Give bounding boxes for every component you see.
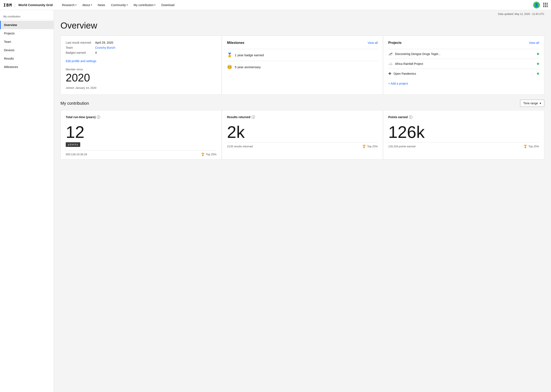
badges-value: 4	[95, 51, 97, 54]
time-range-label: Time range	[523, 102, 538, 105]
about-chevron-icon: ▾	[91, 4, 92, 6]
my-contribution-chevron-icon: ▾	[154, 4, 155, 6]
badges-label: Badges earned	[66, 51, 95, 54]
project-status-dot-1	[537, 63, 539, 65]
app-grid-icon[interactable]	[543, 3, 548, 7]
anniversary-icon: 😊	[227, 64, 232, 70]
runtime-footer: 000:126:19:36:29 🏆 Top 25%	[66, 150, 216, 156]
nav-my-contribution[interactable]: My contribution ▾	[131, 0, 158, 10]
results-trophy-icon: 🏆	[362, 145, 366, 148]
time-range-chevron-icon: ▾	[540, 102, 541, 105]
milestones-view-all[interactable]: View all	[368, 41, 378, 44]
nav-about[interactable]: About ▾	[80, 0, 94, 10]
results-info-icon[interactable]: i	[251, 115, 255, 119]
projects-card: Projects View all 🦟 Discovering Dengue D…	[383, 36, 544, 94]
runtime-top-label: Top 25%	[206, 153, 216, 156]
milestone-item-0: 🏅 1 year badge earned	[227, 49, 378, 61]
runtime-tooltip: y:d:m:h:s	[66, 142, 80, 147]
points-footer: 126,334 points earned 🏆 Top 25%	[388, 142, 539, 148]
nav-community[interactable]: Community ▾	[108, 0, 130, 10]
contribution-section-header: My contribution Time range ▾	[60, 100, 544, 107]
user-avatar[interactable]: 👤	[533, 2, 540, 8]
milestone-item-1: 😊 5 year anniversary	[227, 61, 378, 73]
member-year: 2020	[66, 72, 216, 84]
stat-card-runtime: Total run-time (years) i 12 y:d:m:h:s 00…	[61, 110, 222, 159]
dengue-project-icon: 🦟	[388, 52, 393, 56]
points-detail: 126,334 points earned	[388, 145, 415, 148]
project-status-dot-0	[537, 53, 539, 55]
points-top-label: Top 25%	[528, 145, 539, 148]
project-item-1: ☁️ Africa Rainfall Project	[388, 59, 539, 69]
last-result-row: Last result returned April 29, 2020	[66, 41, 216, 44]
info-card: Last result returned April 29, 2020 Team…	[61, 36, 222, 94]
africa-project-icon: ☁️	[388, 62, 393, 66]
ibm-logo: IBM	[3, 2, 12, 7]
sidebar-item-overview[interactable]: Overview	[0, 21, 54, 29]
project-item-0: 🦟 Discovering Dengue Drugs Toget...	[388, 49, 539, 59]
top-cards-row: Last result returned April 29, 2020 Team…	[60, 36, 544, 95]
points-info-icon[interactable]: i	[409, 115, 412, 119]
results-label: Results returned i	[227, 115, 378, 119]
runtime-label: Total run-time (years) i	[66, 115, 216, 119]
data-updated-label: Data updated: May 12, 2020 - 12:43 UTC	[60, 10, 544, 17]
team-link[interactable]: Crunchy Bunch	[95, 46, 115, 49]
community-chevron-icon: ▾	[127, 4, 128, 6]
site-brand: World Community Grid	[18, 3, 53, 7]
team-label: Team	[66, 46, 95, 49]
points-top-badge: 🏆 Top 25%	[523, 145, 539, 148]
sidebar-item-team[interactable]: Team	[0, 38, 54, 46]
top-navigation: IBM World Community Grid Research ▾ Abou…	[0, 0, 551, 10]
nav-research[interactable]: Research ▾	[59, 0, 79, 10]
runtime-top-badge: 🏆 Top 25%	[201, 153, 216, 156]
research-chevron-icon: ▾	[75, 4, 76, 6]
last-result-value: April 29, 2020	[95, 41, 113, 44]
time-range-button[interactable]: Time range ▾	[520, 100, 544, 107]
milestone-label-1: 5 year anniversary	[235, 65, 261, 69]
sidebar-section-label: My contribution	[0, 14, 54, 20]
nav-download[interactable]: Download	[159, 0, 177, 10]
points-label: Points earned i	[388, 115, 539, 119]
nav-right: 👤	[533, 2, 548, 8]
points-trophy-icon: 🏆	[523, 145, 527, 148]
badge-icon: 🏅	[227, 52, 232, 57]
points-big-value: 126k	[388, 124, 539, 140]
projects-header: Projects View all	[388, 41, 539, 45]
project-name-1: Africa Rainfall Project	[395, 62, 535, 65]
joined-date: Joined: January 14, 2020	[66, 86, 216, 89]
results-top-badge: 🏆 Top 25%	[362, 145, 378, 148]
app-layout: My contribution Overview Projects Team D…	[0, 10, 551, 392]
stat-cards-row: Total run-time (years) i 12 y:d:m:h:s 00…	[60, 110, 544, 160]
projects-view-all[interactable]: View all	[529, 41, 539, 44]
runtime-big-value: 12	[66, 124, 216, 140]
badges-row: Badges earned 4	[66, 51, 216, 54]
nav-links: Research ▾ About ▾ News Community ▾ My c…	[59, 0, 533, 10]
results-footer: 2135 results returned 🏆 Top 25%	[227, 142, 378, 148]
stat-card-points: Points earned i 126k 126,334 points earn…	[383, 110, 544, 159]
milestones-title: Milestones	[227, 41, 244, 45]
runtime-info-icon[interactable]: i	[97, 115, 100, 119]
sidebar-item-milestones[interactable]: Milestones	[0, 63, 54, 71]
results-detail: 2135 results returned	[227, 145, 253, 148]
sidebar-item-results[interactable]: Results	[0, 54, 54, 63]
sidebar-item-devices[interactable]: Devices	[0, 46, 54, 54]
stat-card-results: Results returned i 2k 2135 results retur…	[222, 110, 383, 159]
results-big-value: 2k	[227, 124, 378, 140]
milestones-header: Milestones View all	[227, 41, 378, 45]
sidebar-item-projects[interactable]: Projects	[0, 29, 54, 38]
sidebar: My contribution Overview Projects Team D…	[0, 10, 54, 392]
projects-title: Projects	[388, 41, 401, 45]
contribution-section-title: My contribution	[60, 101, 89, 106]
results-top-label: Top 25%	[367, 145, 378, 148]
project-name-2: Open Pandemics	[394, 72, 535, 75]
page-title: Overview	[60, 21, 544, 31]
project-item-2: ✚ Open Pandemics	[388, 69, 539, 78]
open-pandemics-project-icon: ✚	[388, 71, 391, 76]
nav-news[interactable]: News	[95, 0, 108, 10]
project-name-0: Discovering Dengue Drugs Toget...	[395, 52, 535, 56]
milestones-card: Milestones View all 🏅 1 year badge earne…	[222, 36, 383, 94]
member-since-label: Member since	[66, 68, 216, 71]
edit-profile-link[interactable]: Edit profile and settings	[66, 59, 96, 63]
last-result-label: Last result returned	[66, 41, 95, 44]
runtime-trophy-icon: 🏆	[201, 153, 205, 156]
add-project-button[interactable]: + Add a project	[388, 78, 539, 85]
